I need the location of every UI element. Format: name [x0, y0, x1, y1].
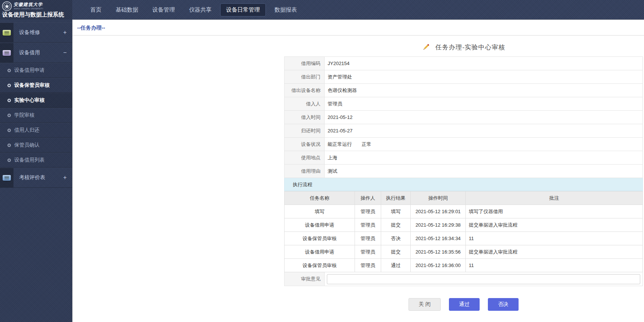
group-label-repair: 设备维修 [13, 23, 63, 42]
table-row: 借出部门 资产管理处 [285, 70, 643, 84]
cell-note: 11 [466, 259, 643, 272]
sub-item-label: 设备保管员审核 [14, 82, 50, 89]
flow-table: 任务名称 操作人 执行结果 操作时间 批注 填写 管理员 填写 2021-05-… [284, 191, 643, 272]
cell-note: 11 [466, 232, 643, 245]
sidebar-item-custodian-confirm[interactable]: 保管员确认 [0, 138, 72, 153]
cell-time: 2021-05-12 16:36:00 [411, 259, 466, 272]
pencil-icon [422, 43, 430, 51]
action-buttons: 关 闭 通过 否决 [284, 298, 643, 311]
bullet-icon [7, 99, 11, 102]
cell-note: 提交单据进入审批流程 [466, 218, 643, 232]
flow-table-row: 设备保管员审核 管理员 否决 2021-05-12 16:34:34 11 [285, 232, 643, 245]
table-row: 设备状况 能正常运行 正常 [285, 138, 643, 151]
top-nav: 首页 基础数据 设备管理 仪器共享 设备日常管理 数据报表 [72, 0, 304, 19]
task-form: 任务办理-实验中心审核 借用编码 JY202154 借出部门 资产管理处 借出设… [284, 36, 643, 311]
flow-table-row: 设备借用申请 管理员 提交 2021-05-12 16:35:56 提交单据进入… [285, 245, 643, 259]
field-value-borrow-code: JY202154 [325, 57, 643, 70]
sidebar-item-borrower-return[interactable]: 借用人归还 [0, 123, 72, 138]
table-row: 归还时间 2021-05-27 [285, 124, 643, 138]
university-name: 安徽建筑大学 [13, 1, 43, 8]
nav-item-data-report[interactable]: 数据报表 [267, 6, 304, 13]
table-row: 借入人 管理员 [285, 97, 643, 111]
cell-operator: 管理员 [355, 245, 381, 259]
menu-badge-blue-icon [3, 175, 11, 181]
sidebar: 设备维修 + 设备借用 − 设备借用申请 设备保管员审核 实验中心审核 [0, 19, 72, 322]
nav-item-home[interactable]: 首页 [83, 6, 109, 13]
sidebar-item-custodian-review[interactable]: 设备保管员审核 [0, 78, 72, 93]
approval-comment-row: 审批意见 [284, 272, 643, 286]
university-seal-icon [2, 1, 12, 11]
field-value-device-status: 能正常运行 正常 [325, 138, 643, 151]
field-label: 借用理由 [285, 165, 325, 178]
repair-group-icon-cell [0, 23, 13, 42]
field-label: 设备状况 [285, 138, 325, 151]
sidebar-group-evaluation[interactable]: 考核评价表 + [0, 168, 72, 188]
close-button[interactable]: 关 闭 [408, 298, 441, 311]
system-title: 设备使用与数据上报系统 [2, 11, 64, 18]
cell-operator: 管理员 [355, 218, 381, 232]
nav-item-equipment-mgmt[interactable]: 设备管理 [145, 6, 182, 13]
approve-button[interactable]: 通过 [449, 298, 480, 311]
expand-plus-icon: + [63, 168, 72, 187]
column-header: 任务名称 [285, 191, 355, 205]
cell-time: 2021-05-12 16:29:01 [411, 205, 466, 218]
borrow-info-table: 借用编码 JY202154 借出部门 资产管理处 借出设备名称 色谱仪检测器 借… [284, 56, 643, 178]
column-header: 批注 [466, 191, 643, 205]
column-header: 执行结果 [381, 191, 411, 205]
bullet-icon [7, 129, 11, 132]
field-value-use-location: 上海 [325, 151, 643, 165]
field-value-lending-dept: 资产管理处 [325, 70, 643, 84]
sub-item-label: 设备借用申请 [14, 67, 45, 74]
table-row: 借出设备名称 色谱仪检测器 [285, 84, 643, 97]
cell-note: 填写了仪器借用 [466, 205, 643, 218]
bullet-icon [7, 114, 11, 117]
sub-item-label: 设备借用列表 [14, 157, 45, 163]
field-value-borrower: 管理员 [325, 97, 643, 111]
field-label: 归还时间 [285, 124, 325, 138]
field-value-device-name: 色谱仪检测器 [325, 84, 643, 97]
cell-task-name: 设备保管员审核 [285, 232, 355, 245]
table-row: 使用地点 上海 [285, 151, 643, 165]
bullet-icon [7, 69, 11, 72]
cell-result: 否决 [381, 232, 411, 245]
cell-note: 提交单据进入审批流程 [466, 245, 643, 259]
field-value-borrow-date: 2021-05-12 [325, 111, 643, 124]
cell-time: 2021-05-12 16:35:56 [411, 245, 466, 259]
column-header: 操作人 [355, 191, 381, 205]
sub-item-label: 保管员确认 [14, 142, 40, 148]
logo-block: 安徽建筑大学 ANHUI JIANZHU UNIVERSITY 设备使用与数据上… [0, 0, 72, 19]
breadcrumb: --任务办理-- [73, 20, 644, 36]
field-label: 借入人 [285, 97, 325, 111]
cell-result: 通过 [381, 259, 411, 272]
cell-operator: 管理员 [355, 205, 381, 218]
group-label-borrow: 设备借用 [13, 43, 63, 62]
sidebar-group-equipment-borrow[interactable]: 设备借用 − [0, 43, 72, 63]
expand-plus-icon: + [63, 23, 72, 42]
sidebar-item-college-review[interactable]: 学院审核 [0, 108, 72, 123]
nav-item-basic-data[interactable]: 基础数据 [109, 6, 145, 13]
cell-task-name: 设备借用申请 [285, 218, 355, 232]
sidebar-item-lab-center-review[interactable]: 实验中心审核 [0, 93, 72, 108]
reject-button[interactable]: 否决 [488, 298, 519, 311]
bullet-icon [7, 159, 11, 162]
cell-task-name: 设备借用申请 [285, 245, 355, 259]
menu-badge-green-icon [3, 30, 11, 36]
approval-comment-input[interactable] [327, 274, 640, 284]
sub-item-label: 学院审核 [14, 112, 34, 119]
cell-task-name: 设备保管员审核 [285, 259, 355, 272]
sidebar-group-equipment-repair[interactable]: 设备维修 + [0, 22, 72, 43]
university-name-en: ANHUI JIANZHU UNIVERSITY [14, 7, 43, 10]
sub-item-label: 实验中心审核 [14, 97, 45, 104]
flow-table-row: 设备借用申请 管理员 提交 2021-05-12 16:29:38 提交单据进入… [285, 218, 643, 232]
cell-time: 2021-05-12 16:29:38 [411, 218, 466, 232]
flow-table-row: 设备保管员审核 管理员 通过 2021-05-12 16:36:00 11 [285, 259, 643, 272]
approval-comment-label: 审批意见 [285, 272, 325, 286]
borrow-group-icon-cell [0, 43, 13, 62]
column-header: 操作时间 [411, 191, 466, 205]
sidebar-item-borrow-apply[interactable]: 设备借用申请 [0, 63, 72, 78]
sidebar-item-borrow-list[interactable]: 设备借用列表 [0, 153, 72, 168]
collapse-minus-icon: − [63, 43, 72, 62]
cell-result: 提交 [381, 245, 411, 259]
nav-item-instrument-share[interactable]: 仪器共享 [182, 6, 219, 13]
nav-item-daily-mgmt-active[interactable]: 设备日常管理 [220, 3, 266, 16]
